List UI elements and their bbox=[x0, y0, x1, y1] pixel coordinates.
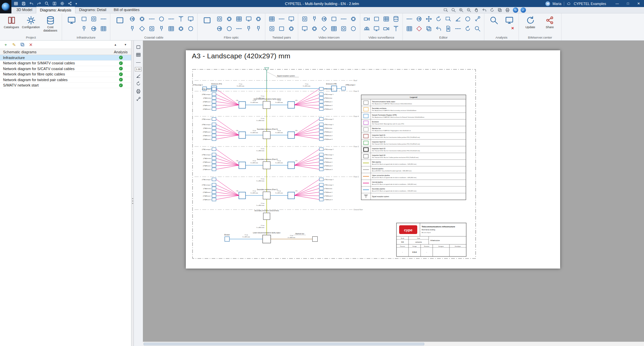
tab-diagrams-detail[interactable]: Diagrams: Detail bbox=[75, 7, 110, 13]
settings-icon[interactable] bbox=[59, 1, 65, 6]
cost-databases-button[interactable]: Cost databases bbox=[41, 14, 60, 35]
handset-button[interactable] bbox=[310, 14, 319, 24]
move-up-button[interactable]: ▲ bbox=[113, 43, 118, 46]
lnb-button[interactable] bbox=[176, 14, 186, 24]
attenuator-button[interactable] bbox=[147, 14, 157, 24]
rj45-socket-button[interactable] bbox=[267, 24, 277, 34]
grid-button[interactable] bbox=[135, 52, 142, 58]
rotate-button[interactable] bbox=[434, 14, 443, 24]
diagram-list-item[interactable]: Network diagram for S/CATV coaxial cable… bbox=[0, 66, 131, 72]
call-button-button[interactable] bbox=[348, 24, 358, 34]
text-button[interactable] bbox=[443, 24, 453, 34]
otdr-button[interactable] bbox=[244, 14, 254, 24]
configuration-button[interactable]: Configuration bbox=[21, 14, 41, 35]
f-connector-button[interactable] bbox=[157, 24, 166, 34]
wifi-antenna-button[interactable] bbox=[391, 24, 401, 34]
splitter-button[interactable] bbox=[127, 14, 137, 24]
zoom-icon[interactable] bbox=[44, 1, 50, 6]
scrollbar-thumb[interactable] bbox=[144, 343, 424, 345]
bimserver-status-icon[interactable]: ✓ bbox=[521, 7, 526, 13]
registry-box-button[interactable] bbox=[89, 14, 99, 24]
intercom-amplifier-button[interactable] bbox=[319, 24, 329, 34]
utp-panel-button[interactable] bbox=[267, 14, 277, 24]
zoom-extents-button[interactable] bbox=[450, 7, 457, 13]
scale-button[interactable]: 1.00 bbox=[135, 67, 142, 71]
quick-access-dropdown-icon[interactable]: ▾ bbox=[74, 2, 78, 5]
menu-grid-icon[interactable] bbox=[13, 1, 19, 6]
previous-view-button[interactable] bbox=[481, 7, 487, 13]
sc-connector-button[interactable] bbox=[254, 24, 263, 34]
snap-button[interactable] bbox=[135, 59, 142, 66]
close-button[interactable]: ✕ bbox=[633, 0, 644, 7]
account-name[interactable]: CYPETEL Examples bbox=[574, 2, 606, 6]
maximize-button[interactable]: □ bbox=[623, 0, 633, 7]
zoom-in-button[interactable] bbox=[458, 7, 464, 13]
manhole-button[interactable] bbox=[89, 24, 99, 34]
conduits-button[interactable] bbox=[79, 24, 89, 34]
headend-button[interactable] bbox=[186, 14, 196, 24]
app-logo[interactable] bbox=[0, 0, 11, 13]
fibre-enclosure-button[interactable] bbox=[199, 14, 215, 35]
network-tree-button[interactable] bbox=[99, 24, 108, 34]
junction-box-button[interactable] bbox=[339, 24, 348, 34]
copy-diagram-button[interactable] bbox=[20, 42, 25, 47]
ip-camera-button[interactable] bbox=[381, 24, 391, 34]
tv-socket-button[interactable] bbox=[147, 24, 157, 34]
circle-button[interactable] bbox=[463, 14, 473, 24]
coaxial-enclosure-button[interactable] bbox=[112, 14, 127, 35]
protractor-button[interactable] bbox=[135, 73, 142, 79]
node-diagram-button[interactable] bbox=[414, 14, 424, 24]
tap-button[interactable] bbox=[127, 24, 137, 34]
patch-panel-button[interactable] bbox=[234, 14, 244, 24]
layers-button[interactable] bbox=[496, 7, 503, 13]
modulator-button[interactable] bbox=[176, 24, 186, 34]
terminal-button[interactable] bbox=[348, 14, 358, 24]
save-icon[interactable] bbox=[20, 1, 27, 6]
indoor-monitor-button[interactable] bbox=[300, 24, 310, 34]
pan-button[interactable] bbox=[473, 7, 480, 13]
distribution-box-button[interactable] bbox=[224, 14, 234, 24]
pau-button[interactable] bbox=[137, 14, 147, 24]
power-supply-button[interactable] bbox=[310, 24, 319, 34]
pairs-pau-button[interactable] bbox=[286, 24, 296, 34]
diagram-list-item[interactable]: Network diagram for fibre optic cables✓ bbox=[0, 72, 131, 77]
insert-table-button[interactable] bbox=[405, 24, 414, 34]
video-distributor-button[interactable] bbox=[319, 14, 329, 24]
drawing-canvas[interactable]: A3 - Landscape (420x297) mm RoofFloor 5F… bbox=[143, 41, 644, 346]
media-converter-button[interactable] bbox=[254, 14, 263, 24]
undo-icon[interactable] bbox=[28, 1, 35, 6]
telecom-space-button[interactable] bbox=[64, 14, 79, 35]
edit-elements-button[interactable] bbox=[473, 14, 482, 24]
analyse-button[interactable] bbox=[486, 14, 501, 35]
edit-diagram-button[interactable]: ✎ bbox=[12, 42, 16, 47]
storage-button[interactable] bbox=[391, 14, 401, 24]
poe-switch-button[interactable] bbox=[381, 14, 391, 24]
eraser-button[interactable] bbox=[414, 24, 424, 34]
horizontal-scrollbar[interactable] bbox=[143, 342, 644, 346]
zoom-window-button[interactable] bbox=[442, 7, 449, 13]
tools-button[interactable] bbox=[135, 96, 142, 102]
polyline-button[interactable] bbox=[453, 24, 463, 34]
update-button[interactable]: Update bbox=[521, 14, 540, 35]
regenerate-button[interactable] bbox=[135, 80, 142, 87]
delete-diagram-button[interactable]: ✕ bbox=[29, 42, 33, 47]
splice-box-button[interactable] bbox=[215, 14, 224, 24]
catalogues-button[interactable]: Catalogues bbox=[2, 14, 21, 35]
optical-attenuator-button[interactable] bbox=[244, 24, 254, 34]
tab-3d-model[interactable]: 3D Model bbox=[13, 7, 36, 13]
riser-shaft-button[interactable] bbox=[79, 14, 89, 24]
terminal-load-button[interactable] bbox=[186, 24, 196, 34]
scale-button[interactable] bbox=[443, 14, 453, 24]
print-button[interactable] bbox=[135, 88, 142, 95]
user-name[interactable]: Maria bbox=[552, 2, 561, 6]
dome-camera-button[interactable] bbox=[362, 24, 372, 34]
recorder-dvr-button[interactable] bbox=[372, 14, 381, 24]
arc-button[interactable] bbox=[463, 24, 473, 34]
analysis-errors-button[interactable]: ✕ bbox=[501, 14, 517, 35]
router-button[interactable] bbox=[286, 14, 296, 24]
dashed-line-button[interactable] bbox=[405, 14, 414, 24]
measure-button[interactable] bbox=[453, 14, 463, 24]
optical-rosette-button[interactable] bbox=[224, 24, 234, 34]
move-down-button[interactable]: ▼ bbox=[123, 43, 128, 46]
bullet-camera-button[interactable] bbox=[362, 14, 372, 24]
